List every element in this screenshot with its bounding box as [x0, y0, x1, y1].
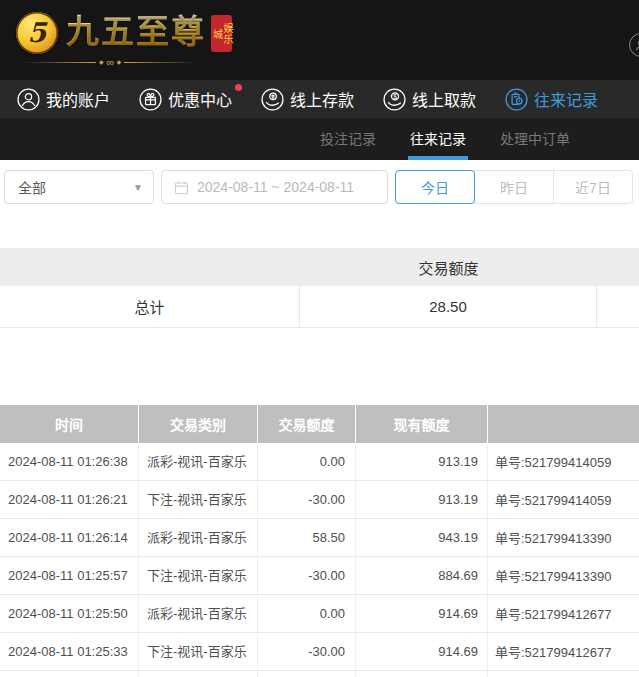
- today-button[interactable]: 今日: [395, 170, 475, 204]
- table-row: 2024-08-11 01:25:33 下注-视讯-百家乐 -30.00 914…: [0, 633, 639, 671]
- cell-category: 下注-视讯-百家乐: [139, 481, 258, 518]
- cell-amount: -30.00: [258, 633, 356, 670]
- records-icon: [505, 88, 528, 111]
- svg-text:$: $: [393, 92, 397, 99]
- table-header-row: 时间 交易类别 交易额度 现有额度: [0, 405, 639, 443]
- cell-amount: 58.50: [258, 519, 356, 556]
- tab-bet-records[interactable]: 投注记录: [320, 118, 376, 160]
- logo-coin-icon: 5: [16, 12, 58, 54]
- cell-category: 下注-视讯-百家乐: [139, 633, 258, 670]
- cell-balance: [356, 671, 488, 677]
- summary-table: 交易额度 总计 28.50: [0, 248, 639, 328]
- deposit-icon: [261, 88, 284, 111]
- last-7-days-button[interactable]: 近7日: [553, 170, 633, 204]
- brand-header: 5 九五至尊 娱乐城 ◆ ∞ ◆: [0, 0, 639, 80]
- nav-label: 我的账户: [46, 87, 110, 111]
- cell-time: [0, 671, 139, 677]
- type-filter-select[interactable]: 全部 ▼: [4, 170, 154, 204]
- cell-category: 下注-视讯-百家乐: [139, 557, 258, 594]
- flourish-line-left: [22, 62, 96, 63]
- col-header-balance: 现有额度: [356, 405, 488, 443]
- transactions-table: 时间 交易类别 交易额度 现有额度 2024-08-11 01:26:38 派彩…: [0, 405, 639, 677]
- cell-time: 2024-08-11 01:25:50: [0, 595, 139, 632]
- cell-category: 派彩-视讯-百家乐: [139, 443, 258, 480]
- nav-item-promotions[interactable]: 优惠中心: [139, 87, 232, 111]
- swirl-ornament-icon: ∞: [107, 58, 114, 66]
- withdraw-icon: $: [383, 88, 406, 111]
- nav-item-online-deposit[interactable]: 线上存款: [261, 87, 354, 111]
- cell-note: 单号:521799412677: [488, 633, 639, 670]
- yesterday-button[interactable]: 昨日: [474, 170, 554, 204]
- cell-balance: 913.19: [356, 443, 488, 480]
- gold-flourish-ornament: ◆ ∞ ◆: [22, 57, 198, 67]
- tab-transaction-records[interactable]: 往来记录: [410, 118, 466, 160]
- cell-time: 2024-08-11 01:25:33: [0, 633, 139, 670]
- cell-amount: [258, 671, 356, 677]
- tab-pending-orders[interactable]: 处理中订单: [500, 118, 570, 160]
- date-range-input[interactable]: 2024-08-11 ~ 2024-08-11: [161, 170, 388, 204]
- notification-dot: [235, 84, 242, 91]
- cell-time: 2024-08-11 01:26:21: [0, 481, 139, 518]
- nav-label: 往来记录: [534, 87, 598, 111]
- cell-note: 单号:521799412677: [488, 595, 639, 632]
- table-row: 2024-08-11 01:25:57 下注-视讯-百家乐 -30.00 884…: [0, 557, 639, 595]
- nav-item-my-account[interactable]: 我的账户: [17, 87, 110, 111]
- record-tabs: 投注记录 往来记录 处理中订单: [0, 118, 639, 160]
- table-row: 2024-08-11 01:25:50 派彩-视讯-百家乐 0.00 914.6…: [0, 595, 639, 633]
- cell-balance: 914.69: [356, 595, 488, 632]
- cell-time: 2024-08-11 01:26:38: [0, 443, 139, 480]
- nav-item-online-withdrawal[interactable]: $ 线上取款: [383, 87, 476, 111]
- col-header-time: 时间: [0, 405, 139, 443]
- filter-bar: 全部 ▼ 2024-08-11 ~ 2024-08-11 今日 昨日 近7日: [0, 160, 639, 204]
- cell-amount: -30.00: [258, 557, 356, 594]
- gift-icon: [139, 88, 162, 111]
- user-icon: [634, 38, 639, 52]
- brand-logo[interactable]: 5 九五至尊 娱乐城: [16, 10, 232, 54]
- nav-label: 线上存款: [290, 87, 354, 111]
- brand-badge: 娱乐城: [211, 15, 232, 52]
- cell-amount: 0.00: [258, 443, 356, 480]
- quick-range-buttons: 今日 昨日 近7日: [395, 170, 633, 204]
- cell-balance: 914.69: [356, 633, 488, 670]
- summary-total-value: 28.50: [300, 286, 597, 327]
- summary-total-row: 总计 28.50: [0, 286, 639, 328]
- table-row: 2024-08-11 01:26:21 下注-视讯-百家乐 -30.00 913…: [0, 481, 639, 519]
- cell-note: 单号:521799413390: [488, 519, 639, 556]
- logo-number: 5: [28, 17, 47, 48]
- cell-balance: 943.19: [356, 519, 488, 556]
- brand-title: 九五至尊: [66, 10, 206, 54]
- cell-balance: 913.19: [356, 481, 488, 518]
- table-row: 2024-08-11 01:26:14 派彩-视讯-百家乐 58.50 943.…: [0, 519, 639, 557]
- cell-time: 2024-08-11 01:25:57: [0, 557, 139, 594]
- cell-time: 2024-08-11 01:26:14: [0, 519, 139, 556]
- profile-icon-partial[interactable]: [629, 33, 639, 57]
- cell-amount: -30.00: [258, 481, 356, 518]
- date-range-value: 2024-08-11 ~ 2024-08-11: [197, 179, 354, 195]
- diamond-ornament-icon: ◆: [99, 59, 104, 65]
- nav-item-transaction-records[interactable]: 往来记录: [505, 87, 598, 111]
- cell-category: [139, 671, 258, 677]
- summary-empty-cell: [597, 286, 639, 327]
- nav-label: 线上取款: [412, 87, 476, 111]
- summary-total-label: 总计: [0, 286, 300, 327]
- cell-note: [488, 671, 639, 677]
- col-header-note: [488, 405, 639, 443]
- cell-category: 派彩-视讯-百家乐: [139, 519, 258, 556]
- cell-note: 单号:521799414059: [488, 443, 639, 480]
- user-icon: [17, 88, 40, 111]
- cell-category: 派彩-视讯-百家乐: [139, 595, 258, 632]
- table-row-partial: [0, 671, 639, 677]
- type-filter-value: 全部: [18, 177, 46, 197]
- table-row: 2024-08-11 01:26:38 派彩-视讯-百家乐 0.00 913.1…: [0, 443, 639, 481]
- flourish-line-right: [124, 62, 198, 63]
- cell-note: 单号:521799414059: [488, 481, 639, 518]
- cell-balance: 884.69: [356, 557, 488, 594]
- col-header-amount: 交易额度: [258, 405, 356, 443]
- nav-label: 优惠中心: [168, 87, 232, 111]
- chevron-down-icon: ▼: [133, 182, 143, 193]
- cell-note: 单号:521799413390: [488, 557, 639, 594]
- calendar-icon: [174, 180, 189, 195]
- summary-header-row: 交易额度: [0, 249, 639, 286]
- main-nav: 我的账户 优惠中心 线上存款 $ 线上取款 往来记: [0, 80, 639, 118]
- col-header-category: 交易类别: [139, 405, 258, 443]
